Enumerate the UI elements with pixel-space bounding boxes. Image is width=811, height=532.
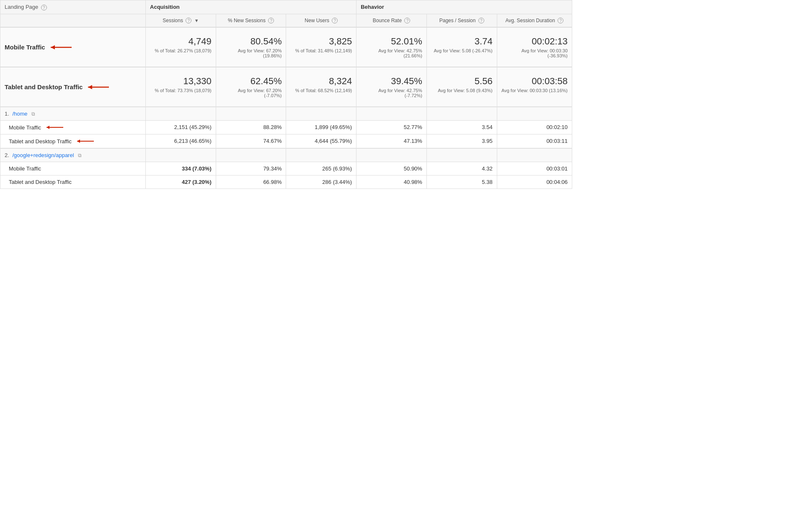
segment-pages-sub: Avg for View: 5.08 (9.43%) — [431, 88, 493, 93]
segment-sub-row: Mobile Traffic 334 (7.03%) 79.34% 265 (6… — [0, 162, 572, 176]
sub-new-sessions-value: 88.28% — [263, 124, 282, 130]
svg-marker-7 — [77, 139, 80, 143]
page-new-users-empty — [286, 148, 356, 162]
sub-pages-value: 3.95 — [482, 138, 492, 144]
main-segment-row: Tablet and Desktop Traffic 13,330 % of T… — [0, 67, 572, 107]
main-segment-row: Mobile Traffic 4,749 % of Total: 26.27% … — [0, 27, 572, 67]
segment-bounce-rate-cell: 52.01% Avg for View: 42.75% (21.66%) — [356, 27, 427, 67]
sub-new-sessions-cell: 74.67% — [216, 134, 286, 149]
segment-sub-row: Mobile Traffic 2,151 (45.29%) 88.28% 1,8… — [0, 121, 572, 134]
sub-red-arrow-icon — [44, 124, 65, 131]
sub-new-sessions-value: 79.34% — [263, 165, 282, 172]
sub-new-users-value: 1,899 (49.65%) — [315, 124, 352, 130]
th-new-users: New Users ? — [286, 14, 356, 27]
sub-segment-name-cell: Tablet and Desktop Traffic — [0, 134, 146, 149]
sub-segment-name-cell: Tablet and Desktop Traffic — [0, 176, 146, 189]
segment-sessions-main: 13,330 — [150, 76, 212, 87]
sub-pages-cell: 3.95 — [426, 134, 497, 149]
sub-new-users-cell: 265 (6.93%) — [286, 162, 356, 176]
segment-sessions-cell: 4,749 % of Total: 26.27% (18,079) — [146, 27, 216, 67]
segment-new-sessions-cell: 62.45% Avg for View: 67.20% (-7.07%) — [216, 67, 286, 107]
segment-sessions-sub: % of Total: 26.27% (18,079) — [150, 48, 212, 53]
sub-new-users-cell: 1,899 (49.65%) — [286, 121, 356, 134]
segment-new-users-main: 8,324 — [290, 76, 352, 87]
sub-segment-name-cell: Mobile Traffic — [0, 121, 146, 134]
sub-segment-name: Mobile Traffic — [9, 124, 41, 131]
svg-marker-3 — [88, 85, 92, 89]
page-pages-empty — [426, 148, 497, 162]
pages-help-icon[interactable]: ? — [478, 18, 484, 23]
sub-bounce-rate-cell: 40.98% — [356, 176, 427, 189]
category-header-row: Landing Page ? Acquisition Behavior — [0, 0, 572, 14]
segment-name: Tablet and Desktop Traffic — [5, 83, 83, 90]
sessions-sort-icon[interactable]: ▼ — [194, 18, 199, 23]
th-empty — [0, 14, 146, 27]
sub-pages-cell: 5.38 — [426, 176, 497, 189]
page-number: 1. — [5, 111, 9, 117]
segment-new-users-cell: 8,324 % of Total: 68.52% (12,149) — [286, 67, 356, 107]
sub-bounce-rate-value: 52.77% — [404, 124, 422, 130]
new-users-help-icon[interactable]: ? — [332, 18, 338, 23]
red-arrow-icon — [86, 83, 111, 91]
sessions-help-icon[interactable]: ? — [186, 18, 191, 23]
segment-new-users-cell: 3,825 % of Total: 31.48% (12,149) — [286, 27, 356, 67]
sub-segment-name-cell: Mobile Traffic — [0, 162, 146, 176]
th-bounce-rate: Bounce Rate ? — [356, 14, 427, 27]
landing-page-label: Landing Page — [5, 4, 38, 10]
segment-bounce-rate-sub: Avg for View: 42.75% (21.66%) — [361, 48, 422, 58]
bounce-rate-help-icon[interactable]: ? — [404, 18, 410, 23]
sub-new-sessions-value: 66.98% — [263, 179, 282, 185]
segment-bounce-rate-main: 52.01% — [361, 36, 422, 47]
page-duration-empty — [497, 148, 572, 162]
sub-bounce-rate-cell: 50.90% — [356, 162, 427, 176]
sub-new-users-value: 286 (3.44%) — [322, 179, 352, 185]
sub-sessions-cell: 334 (7.03%) — [146, 162, 216, 176]
copy-icon[interactable]: ⧉ — [31, 111, 35, 117]
sub-bounce-rate-cell: 47.13% — [356, 134, 427, 149]
page-url-link[interactable]: /home — [12, 111, 27, 117]
segment-new-sessions-main: 80.54% — [220, 36, 282, 47]
landing-page-header: Landing Page ? — [0, 0, 146, 14]
segment-pages-cell: 5.56 Avg for View: 5.08 (9.43%) — [426, 67, 497, 107]
sub-segment-name: Mobile Traffic — [9, 165, 41, 172]
segment-new-sessions-sub: Avg for View: 67.20% (19.86%) — [220, 48, 282, 58]
segment-new-sessions-cell: 80.54% Avg for View: 67.20% (19.86%) — [216, 27, 286, 67]
segment-duration-main: 00:03:58 — [501, 76, 568, 87]
th-new-sessions: % New Sessions ? — [216, 14, 286, 27]
svg-marker-1 — [51, 45, 55, 49]
sub-pages-value: 5.38 — [482, 179, 492, 185]
sub-bounce-rate-value: 47.13% — [404, 138, 422, 144]
page-url-link[interactable]: /google+redesign/apparel — [12, 152, 74, 158]
sub-duration-cell: 00:02:10 — [497, 121, 572, 134]
sub-new-users-value: 4,644 (55.79%) — [315, 138, 352, 144]
segment-new-users-sub: % of Total: 68.52% (12,149) — [290, 88, 352, 93]
landing-page-help-icon[interactable]: ? — [41, 5, 47, 10]
page-url-row: 2. /google+redesign/apparel ⧉ — [0, 148, 572, 162]
sub-new-sessions-cell: 66.98% — [216, 176, 286, 189]
th-sessions: Sessions ? ▼ — [146, 14, 216, 27]
behavior-header: Behavior — [356, 0, 572, 14]
segment-name-cell: Tablet and Desktop Traffic — [0, 67, 146, 107]
sub-duration-cell: 00:04:06 — [497, 176, 572, 189]
segment-pages-main: 3.74 — [431, 36, 493, 47]
segment-bounce-rate-main: 39.45% — [361, 76, 422, 87]
segment-pages-sub: Avg for View: 5.08 (-26.47%) — [431, 48, 493, 53]
sub-duration-value: 00:03:01 — [546, 165, 568, 172]
segment-bounce-rate-cell: 39.45% Avg for View: 42.75% (-7.72%) — [356, 67, 427, 107]
copy-icon[interactable]: ⧉ — [78, 152, 82, 158]
segment-pages-cell: 3.74 Avg for View: 5.08 (-26.47%) — [426, 27, 497, 67]
sub-new-users-cell: 286 (3.44%) — [286, 176, 356, 189]
page-sessions-empty — [146, 148, 216, 162]
sub-sessions-cell: 6,213 (46.65%) — [146, 134, 216, 149]
segment-duration-sub: Avg for View: 00:03:30 (13.16%) — [501, 88, 568, 93]
segment-new-users-main: 3,825 — [290, 36, 352, 47]
segment-pages-main: 5.56 — [431, 76, 493, 87]
sub-sessions-value: 2,151 (45.29%) — [174, 124, 212, 130]
page-new-sessions-empty — [216, 148, 286, 162]
th-avg-duration: Avg. Session Duration ? — [497, 14, 572, 27]
new-sessions-help-icon[interactable]: ? — [268, 18, 274, 23]
sub-pages-value: 4.32 — [482, 165, 492, 172]
duration-help-icon[interactable]: ? — [558, 18, 563, 23]
segment-duration-main: 00:02:13 — [501, 36, 568, 47]
page-url-cell: 1. /home ⧉ — [0, 107, 146, 121]
